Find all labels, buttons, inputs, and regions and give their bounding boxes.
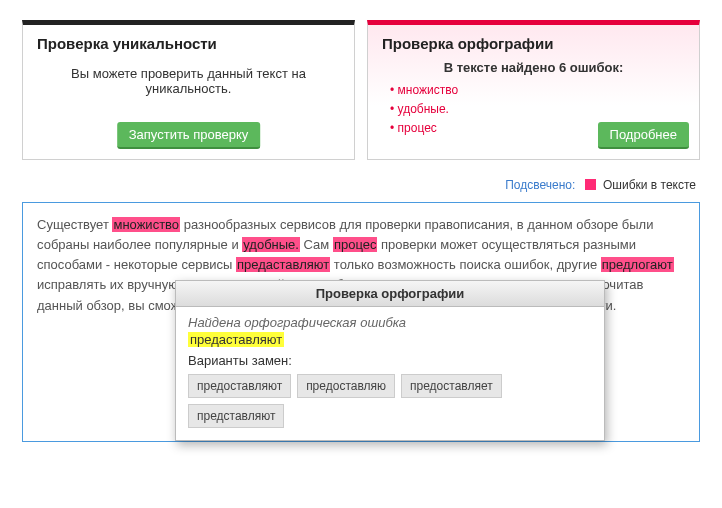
spelling-found: В тексте найдено 6 ошибок: bbox=[382, 60, 685, 75]
error-item: множиство bbox=[390, 81, 685, 100]
text-fragment: Существует bbox=[37, 217, 112, 232]
legend: Подсвечено: Ошибки в тексте bbox=[22, 172, 700, 202]
run-check-button[interactable]: Запустить проверку bbox=[117, 122, 261, 149]
popup-message: Найдена орфографическая ошибка bbox=[188, 315, 592, 330]
uniqueness-body: Вы можете проверить данный текст на уник… bbox=[55, 66, 322, 96]
details-button[interactable]: Подробнее bbox=[598, 122, 689, 149]
uniqueness-panel: Проверка уникальности Вы можете проверит… bbox=[22, 20, 355, 160]
popup-error-word: предаставляют bbox=[188, 332, 284, 347]
suggestion-button[interactable]: предоставляю bbox=[297, 374, 395, 398]
text-fragment: только возможность поиска ошибок, другие bbox=[330, 257, 601, 272]
legend-label: Подсвечено: bbox=[505, 178, 575, 192]
popup-suggestions-label: Варианты замен: bbox=[188, 353, 592, 368]
text-fragment: Сам bbox=[300, 237, 333, 252]
legend-type: Ошибки в тексте bbox=[603, 178, 696, 192]
error-highlight[interactable]: множиство bbox=[112, 217, 180, 232]
uniqueness-title: Проверка уникальности bbox=[37, 35, 340, 52]
error-highlight[interactable]: предлогают bbox=[601, 257, 674, 272]
suggestion-button[interactable]: представляют bbox=[188, 404, 284, 428]
spelling-title: Проверка орфографии bbox=[382, 35, 685, 52]
suggestions-row: предоставляют предоставляю предоставляет… bbox=[188, 374, 592, 428]
suggestion-button[interactable]: предоставляет bbox=[401, 374, 502, 398]
error-item: удобные. bbox=[390, 100, 685, 119]
error-highlight[interactable]: процес bbox=[333, 237, 378, 252]
spellcheck-popup: Проверка орфографии Найдена орфографичес… bbox=[175, 280, 605, 441]
suggestion-button[interactable]: предоставляют bbox=[188, 374, 291, 398]
legend-swatch bbox=[585, 179, 596, 190]
spelling-panel: Проверка орфографии В тексте найдено 6 о… bbox=[367, 20, 700, 160]
error-highlight[interactable]: предаставляют bbox=[236, 257, 330, 272]
error-highlight[interactable]: удобные. bbox=[242, 237, 300, 252]
popup-title: Проверка орфографии bbox=[176, 281, 604, 307]
